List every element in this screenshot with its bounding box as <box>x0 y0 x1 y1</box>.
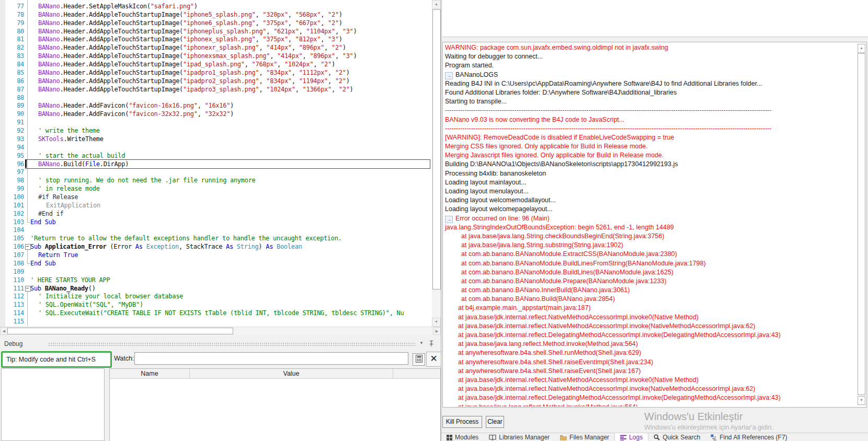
code-line: 89BANano.Header.AddFavicon("favicon-16x1… <box>0 101 431 110</box>
line-number: 103 <box>0 218 24 226</box>
log-lines: WARNING: package com.sun.javafx.embed.sw… <box>444 43 857 407</box>
calculator-icon <box>416 355 422 365</box>
code-line: 107Return True <box>0 251 431 259</box>
pin-icon[interactable] <box>429 340 434 349</box>
code-line: 77BANano.Header.SetAppleMaskIcon("safari… <box>0 2 431 10</box>
logs-panel[interactable]: WARNING: package com.sun.javafx.embed.sw… <box>442 42 867 408</box>
code-line: 95' start the actual build <box>0 152 431 160</box>
clear-logs-button[interactable]: Clear <box>486 416 504 428</box>
scroll-right-icon[interactable]: ▶ <box>433 327 441 335</box>
references-icon <box>711 434 717 440</box>
line-number: 86 <box>0 77 24 85</box>
log-line: Reading B4J INI in C:\Users\pc\AppData\R… <box>444 79 857 88</box>
log-line: at java.base/jdk.internal.reflect.Native… <box>444 313 857 322</box>
line-number: 115 <box>0 317 24 326</box>
line-number: 112 <box>0 292 24 300</box>
editor-horizontal-scrollbar[interactable]: ◀ ▶ <box>0 327 441 335</box>
log-line: at com.ab.banano.BANanoModule.BuildLines… <box>444 259 857 268</box>
log-line: Starting to transpile... <box>444 97 857 106</box>
tab-libraries-manager[interactable]: Libraries Manager <box>484 433 555 441</box>
line-number: 101 <box>0 201 24 210</box>
line-number: 89 <box>0 101 24 110</box>
kill-process-button[interactable]: Kill Process <box>442 416 482 428</box>
folder-icon <box>560 435 567 440</box>
line-number: 98 <box>0 176 24 184</box>
search-icon <box>654 434 660 440</box>
windows-activation-watermark-sub: Windows'u etkinleştirmek için Ayarlar'a … <box>644 424 773 431</box>
line-number: 82 <box>0 43 24 52</box>
tab-files-manager[interactable]: Files Manager <box>555 433 614 441</box>
column-header-empty <box>393 369 440 378</box>
code-line: 101ExitApplication <box>0 201 431 210</box>
watch-table[interactable]: Name Value <box>109 368 441 441</box>
log-line: at com.ab.banano.BANanoModule.Prepare(BA… <box>444 277 857 286</box>
scroll-down-icon[interactable]: ▼ <box>432 318 441 327</box>
line-number: 111 <box>0 284 24 293</box>
fold-guide <box>27 291 28 326</box>
logs-vertical-scrollbar[interactable]: ▲ ▼ <box>858 43 866 406</box>
fold-collapse-icon[interactable] <box>25 286 31 292</box>
code-line: 88 <box>0 94 431 102</box>
editor-vertical-scrollbar[interactable]: ▲ ▼ <box>432 0 441 327</box>
line-number: 97 <box>0 168 24 176</box>
fold-collapse-icon[interactable] <box>25 244 31 250</box>
tab-find-all-references-f7[interactable]: Find All References (F7) <box>705 433 792 441</box>
code-line: 91 <box>0 118 431 126</box>
line-number: 108 <box>0 259 24 268</box>
debug-panel: Debug ▼ Tip: Modify code and hit Ctrl+S … <box>0 335 441 441</box>
debug-variables-list[interactable] <box>1 368 105 441</box>
log-link-icon[interactable]: → <box>445 216 453 223</box>
tip-banner: Tip: Modify code and hit Ctrl+S <box>1 351 112 368</box>
scrollbar-thumb[interactable] <box>432 9 441 289</box>
scroll-down-icon[interactable]: ▼ <box>858 396 865 405</box>
log-line: Waiting for debugger to connect... <box>444 52 857 61</box>
line-number: 113 <box>0 300 24 309</box>
code-line: 81BANano.Header.AddAppleTouchStartupImag… <box>0 35 431 43</box>
scroll-up-icon[interactable]: ▲ <box>432 0 441 9</box>
code-editor[interactable]: 77BANano.Header.SetAppleMaskIcon("safari… <box>0 0 441 335</box>
windows-activation-watermark: Windows'u Etkinleştir <box>644 411 743 423</box>
line-number: 78 <box>0 10 24 19</box>
log-line: Merging CSS files ignored. Only applicab… <box>444 142 857 151</box>
log-line: at java.base/java.lang.reflect.Method.in… <box>444 340 857 349</box>
log-line: at anywheresoftware.b4a.shell.Shell.runM… <box>444 349 857 357</box>
column-header-name[interactable]: Name <box>110 369 190 378</box>
tab-quick-search[interactable]: Quick Search <box>648 433 705 441</box>
line-number: 80 <box>0 27 24 36</box>
line-number: 81 <box>0 35 24 43</box>
tab-modules[interactable]: Modules <box>441 433 484 441</box>
log-link-icon[interactable]: → <box>445 72 453 79</box>
tab-logs[interactable]: Logs <box>614 433 648 441</box>
logs-icon <box>620 435 626 440</box>
watch-input[interactable] <box>134 352 408 365</box>
code-line: 98' stop running. We do not need the .ja… <box>0 176 431 184</box>
scrollbar-thumb[interactable] <box>858 53 865 395</box>
scrollbar-thumb[interactable] <box>7 328 233 334</box>
code-line: 103End Sub <box>0 218 431 226</box>
evaluate-expression-button[interactable] <box>413 353 425 366</box>
pane-splitter[interactable] <box>441 0 441 441</box>
scroll-up-icon[interactable]: ▲ <box>858 44 865 53</box>
debug-panel-title: Debug <box>4 340 22 347</box>
line-number: 105 <box>0 234 24 242</box>
column-header-value[interactable]: Value <box>190 369 393 378</box>
chevron-down-icon[interactable]: ▼ <box>419 341 424 345</box>
close-icon[interactable]: ✕ <box>426 352 441 367</box>
code-line: 110' HERE STARTS YOUR APP <box>0 276 431 284</box>
code-line: 90BANano.Header.AddFavicon("favicon-32x3… <box>0 110 431 118</box>
log-line: at java.base/jdk.internal.reflect.Native… <box>444 376 857 385</box>
line-number: 107 <box>0 251 24 259</box>
line-number: 93 <box>0 135 24 143</box>
book-icon <box>489 434 496 440</box>
log-line: at com.ab.banano.BANano.InnerBuild(BANan… <box>444 286 857 295</box>
line-number: 83 <box>0 52 24 60</box>
log-line: at java.base/jdk.internal.reflect.Delega… <box>444 393 857 402</box>
log-line: Building D:\BANANO\a1\Objects\BANanoSkel… <box>444 160 857 169</box>
code-line: 108End Sub <box>0 259 431 268</box>
line-number: 100 <box>0 193 24 201</box>
log-line: →Error occurred on line: 96 (Main) <box>444 214 857 223</box>
scroll-left-icon[interactable]: ◀ <box>0 327 8 335</box>
code-line: 94 <box>0 143 431 152</box>
line-number: 91 <box>0 118 24 126</box>
log-line: at java.base/java.lang.String.substring(… <box>444 241 857 250</box>
